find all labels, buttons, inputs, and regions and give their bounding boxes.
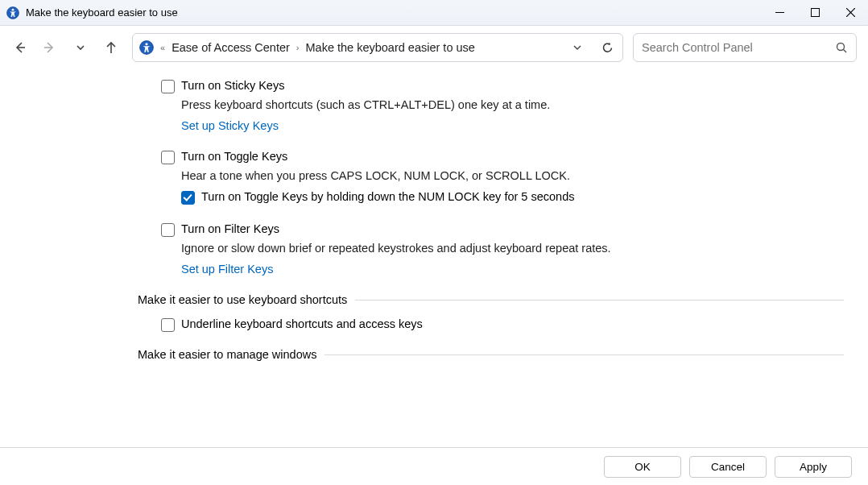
toolbar: « Ease of Access Center › Make the keybo…: [0, 26, 868, 69]
svg-rect-3: [811, 9, 819, 17]
forward-button[interactable]: [42, 39, 58, 56]
sticky-keys-checkbox[interactable]: [161, 80, 175, 93]
breadcrumb-current[interactable]: Make the keyboard easier to use: [305, 41, 474, 54]
divider: [324, 354, 844, 355]
dropdown-icon[interactable]: [572, 42, 583, 53]
divider: [355, 300, 844, 301]
filter-keys-description: Ignore or slow down brief or repeated ke…: [181, 242, 844, 255]
chevron-right-icon: ›: [296, 43, 300, 52]
setup-sticky-keys-link[interactable]: Set up Sticky Keys: [181, 119, 279, 132]
sticky-keys-description: Press keyboard shortcuts (such as CTRL+A…: [181, 98, 844, 111]
back-button[interactable]: [11, 39, 27, 56]
window-title: Make the keyboard easier to use: [26, 6, 762, 19]
search-box[interactable]: [633, 33, 857, 62]
toggle-keys-description: Hear a tone when you press CAPS LOCK, NU…: [181, 169, 844, 182]
breadcrumb-parent[interactable]: Ease of Access Center: [172, 41, 290, 54]
section-windows-title: Make it easier to manage windows: [138, 348, 316, 361]
section-shortcuts-title: Make it easier to use keyboard shortcuts: [138, 293, 347, 306]
toggle-keys-option: Turn on Toggle Keys Hear a tone when you…: [161, 150, 844, 205]
chevron-left-icon[interactable]: «: [160, 43, 165, 52]
cancel-button[interactable]: Cancel: [689, 456, 767, 478]
minimize-button[interactable]: [762, 0, 797, 26]
ease-of-access-icon: [139, 40, 154, 55]
svg-line-12: [844, 49, 847, 52]
toggle-keys-checkbox[interactable]: [161, 151, 175, 164]
search-input[interactable]: [642, 41, 836, 54]
toggle-keys-numlock-checkbox[interactable]: [181, 191, 195, 205]
ease-of-access-icon: [6, 6, 19, 19]
address-bar[interactable]: « Ease of Access Center › Make the keybo…: [132, 33, 623, 62]
footer: OK Cancel Apply: [0, 447, 868, 485]
section-keyboard-shortcuts: Make it easier to use keyboard shortcuts: [138, 293, 844, 306]
toggle-keys-numlock-label[interactable]: Turn on Toggle Keys by holding down the …: [201, 190, 574, 203]
titlebar: Make the keyboard easier to use: [0, 0, 868, 26]
maximize-button[interactable]: [797, 0, 833, 26]
up-button[interactable]: [103, 39, 119, 56]
filter-keys-option: Turn on Filter Keys Ignore or slow down …: [161, 222, 844, 276]
filter-keys-label[interactable]: Turn on Filter Keys: [181, 222, 279, 235]
ok-button[interactable]: OK: [604, 456, 681, 478]
sticky-keys-label[interactable]: Turn on Sticky Keys: [181, 79, 284, 92]
apply-button[interactable]: Apply: [775, 456, 852, 478]
filter-keys-checkbox[interactable]: [161, 223, 175, 237]
underline-shortcuts-label[interactable]: Underline keyboard shortcuts and access …: [181, 317, 423, 330]
svg-point-10: [145, 43, 147, 45]
search-icon[interactable]: [836, 42, 848, 54]
section-manage-windows: Make it easier to manage windows: [138, 348, 844, 361]
svg-point-1: [12, 8, 14, 10]
svg-point-11: [837, 43, 845, 50]
content-area: Turn on Sticky Keys Press keyboard short…: [0, 73, 868, 447]
close-button[interactable]: [833, 0, 868, 26]
toggle-keys-label[interactable]: Turn on Toggle Keys: [181, 150, 287, 163]
underline-shortcuts-checkbox[interactable]: [161, 318, 175, 332]
sticky-keys-option: Turn on Sticky Keys Press keyboard short…: [161, 79, 844, 132]
recent-locations-button[interactable]: [72, 39, 89, 56]
setup-filter-keys-link[interactable]: Set up Filter Keys: [181, 263, 273, 276]
refresh-icon[interactable]: [601, 41, 614, 55]
